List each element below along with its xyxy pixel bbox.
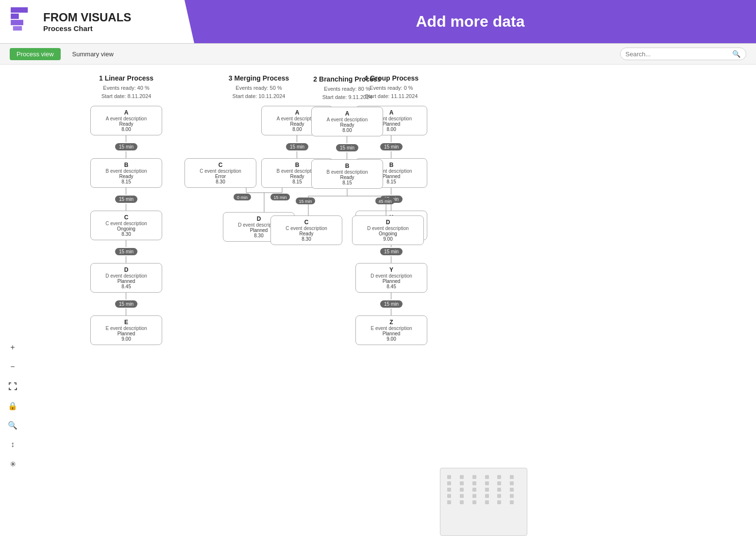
- connector-1-CD: 15 min: [115, 240, 137, 263]
- connector-4-YZ: 15 min: [380, 293, 403, 315]
- zoom-out-button[interactable]: −: [5, 359, 20, 375]
- fit-button[interactable]: ↕: [5, 437, 20, 452]
- svg-rect-3: [13, 26, 22, 30]
- logo-icon: [10, 7, 36, 36]
- svg-rect-2: [11, 19, 23, 25]
- svg-rect-0: [11, 7, 28, 13]
- merge-left: C C event description Error 8.30: [185, 158, 256, 188]
- settings-button[interactable]: ✳: [5, 456, 20, 472]
- process-linear-meta: Events ready: 40 %Start date: 8.11.2024: [101, 84, 151, 100]
- node-2b-A[interactable]: A A event description Ready 8.00: [311, 107, 383, 136]
- connector-1-AB: 15 min: [115, 135, 137, 158]
- zoom-in-button[interactable]: +: [5, 340, 20, 355]
- svg-text:15 min: 15 min: [299, 199, 312, 204]
- svg-text:45 min: 45 min: [378, 199, 391, 204]
- fullscreen-button[interactable]: [5, 379, 20, 394]
- nav-tabs: Process view Summary view: [10, 48, 120, 60]
- node-3-C[interactable]: C C event description Error 8.30: [185, 158, 256, 188]
- process-linear: 1 Linear Process Events ready: 40 %Start…: [87, 74, 165, 536]
- header: FROM VISUALS Process Chart Add more data: [0, 0, 756, 44]
- search-input[interactable]: [625, 50, 732, 58]
- logo-from: FROM VISUALS: [43, 11, 131, 24]
- mini-map: [440, 468, 527, 536]
- tab-process-view[interactable]: Process view: [10, 48, 61, 60]
- logo-text-block: FROM VISUALS Process Chart: [43, 11, 131, 33]
- node-4-Z[interactable]: Z E event description Planned 9.00: [355, 315, 427, 345]
- process-branching-rebuilt: 2 Branching Process Events ready: 80 %St…: [265, 75, 430, 245]
- connector-2b-AB: 15 min: [336, 136, 358, 159]
- node-1-A[interactable]: A A event description Ready 8.00: [90, 106, 162, 135]
- svg-rect-1: [11, 13, 19, 18]
- process-branching-title-2: 2 Branching Process: [313, 75, 381, 83]
- nav-bar: Process view Summary view 🔍: [0, 44, 756, 65]
- node-2b-C[interactable]: C C event description Ready 8.30: [270, 215, 342, 245]
- svg-text:0 min: 0 min: [237, 195, 248, 200]
- node-2b-B[interactable]: B B event description Ready 8.15: [311, 159, 383, 189]
- search-icon[interactable]: 🔍: [732, 50, 740, 58]
- search-area: 🔍: [620, 48, 746, 60]
- process-branching-meta-2: Events ready: 80 %Start date: 9.11.2024: [322, 85, 372, 101]
- node-1-E[interactable]: E E event description Planned 9.00: [90, 315, 162, 345]
- search-button[interactable]: 🔍: [5, 417, 20, 433]
- mini-map-dots: [440, 468, 527, 511]
- connector-1-BC: 15 min: [115, 188, 137, 211]
- node-4-Y[interactable]: Y D event description Planned 8.45: [355, 263, 427, 293]
- node-1-B[interactable]: B B event description Ready 8.15: [90, 158, 162, 188]
- node-2b-D[interactable]: D D event description Ongoing 9.00: [352, 215, 424, 245]
- logo-area: FROM VISUALS Process Chart: [0, 0, 185, 43]
- node-1-C[interactable]: C C event description Ongoing 8.30: [90, 211, 162, 240]
- logo-subtitle: Process Chart: [43, 24, 131, 33]
- header-center-title: Add more data: [416, 13, 524, 31]
- process-linear-title: 1 Linear Process: [99, 74, 153, 82]
- lock-button[interactable]: 🔒: [5, 398, 20, 413]
- tab-summary-view[interactable]: Summary view: [66, 48, 120, 60]
- node-1-D[interactable]: D D event description Planned 8.45: [90, 263, 162, 293]
- sidebar-tools: + − 🔒 🔍 ↕ ✳: [5, 340, 20, 472]
- branch-nodes: C C event description Ready 8.30 D D eve…: [270, 215, 424, 245]
- branch-svg: 15 min 45 min: [269, 189, 425, 215]
- connector-1-DE: 15 min: [115, 293, 137, 315]
- header-center-banner: Add more data: [185, 0, 756, 43]
